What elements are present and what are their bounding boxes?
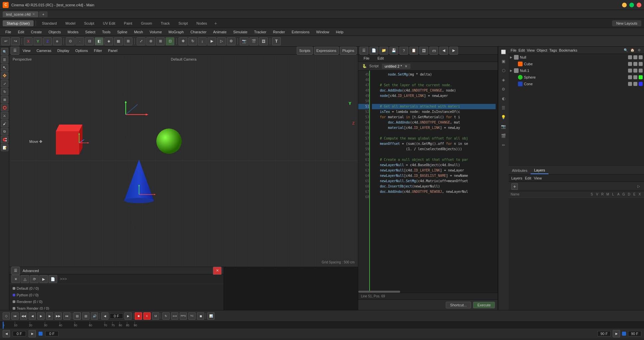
scale-tool[interactable]: ⤢ xyxy=(1,80,8,87)
current-frame-display[interactable] xyxy=(45,331,59,336)
viewport-camera-icon[interactable]: 📷 xyxy=(500,123,508,131)
viewport-render-icon[interactable]: 🎬 xyxy=(500,132,508,140)
playhead-indicator[interactable] xyxy=(39,332,43,336)
layout-new-button[interactable]: + xyxy=(212,20,220,27)
axis-x-button[interactable]: X xyxy=(24,37,33,45)
layout-tab-uvedit[interactable]: UV Edit xyxy=(99,20,119,26)
sphere-object[interactable] xyxy=(156,128,182,155)
tab-layers[interactable]: Layers xyxy=(531,167,548,174)
loop-button[interactable]: ↻ xyxy=(162,312,170,320)
script-edit-menu[interactable]: Edit xyxy=(375,56,387,61)
timecode-button[interactable]: TC xyxy=(188,312,196,320)
obj-render-null1[interactable] xyxy=(633,69,637,73)
viewport-cameras-menu[interactable]: Cameras xyxy=(34,48,54,53)
scale-tool-button[interactable]: ↕ xyxy=(198,37,207,45)
obj-render-sphere[interactable] xyxy=(633,75,637,79)
play-button[interactable]: ▶ xyxy=(37,312,45,320)
magnet-tool[interactable]: 🧲 xyxy=(1,136,8,143)
viewport-filter-menu[interactable]: Filter xyxy=(91,48,104,53)
viewport-light-icon[interactable]: 💡 xyxy=(500,113,508,121)
minimize-button[interactable] xyxy=(622,3,627,7)
menu-select[interactable]: Select xyxy=(82,29,98,35)
obj-vis-sphere[interactable] xyxy=(628,75,632,79)
layers-more-button[interactable]: ▷ xyxy=(636,184,641,189)
layout-tab-sculpt[interactable]: Sculpt xyxy=(80,20,98,26)
current-frame-input[interactable] xyxy=(110,313,123,319)
layers-menu-layers[interactable]: Layers xyxy=(511,176,522,180)
obj-lock-cube[interactable] xyxy=(639,62,643,66)
clone-tool[interactable]: ⧉ xyxy=(1,128,8,135)
script-help-icon[interactable]: ? xyxy=(400,47,408,55)
menu-animate[interactable]: Animate xyxy=(211,29,229,35)
menu-help[interactable]: Help xyxy=(333,29,346,35)
undo-button[interactable]: ↩ xyxy=(1,37,10,45)
viewport-sphere-icon[interactable]: ⬡ xyxy=(500,67,508,75)
obj-item-cone[interactable]: ▶ Cone xyxy=(509,81,644,87)
obj-manager-object[interactable]: Object xyxy=(537,48,547,52)
menu-modes[interactable]: Modes xyxy=(65,29,81,35)
rotate-tool[interactable]: ↻ xyxy=(1,88,8,95)
graph-button[interactable]: 📊 xyxy=(207,312,215,320)
playhead-marker[interactable] xyxy=(3,322,4,329)
script-file-menu[interactable]: File xyxy=(361,56,372,61)
lasso-tool[interactable]: ⭕ xyxy=(1,104,8,111)
knife-tool[interactable]: ⚔ xyxy=(1,112,8,119)
execute-button[interactable]: Execute xyxy=(473,302,495,308)
cursor-tool[interactable]: ↖ xyxy=(1,64,8,71)
render-active-button[interactable]: ▷ xyxy=(217,37,226,45)
layers-menu-view[interactable]: View xyxy=(534,176,542,180)
obj-lock-null1[interactable] xyxy=(639,69,643,73)
file-tab-close[interactable]: ✕ xyxy=(32,12,35,16)
obj-vis-cube[interactable] xyxy=(628,62,632,66)
record-button[interactable]: ⏺ xyxy=(135,312,142,320)
prev-frame-button[interactable]: ◀ xyxy=(29,312,36,320)
adv-stop-btn[interactable]: ✕ xyxy=(11,275,20,283)
menu-tools[interactable]: Tools xyxy=(99,29,113,35)
obj-manager-edit[interactable]: Edit xyxy=(519,48,525,52)
object-mode-button[interactable]: ⊙ xyxy=(66,37,75,45)
obj-render-null[interactable] xyxy=(633,55,637,59)
maximize-button[interactable] xyxy=(629,3,634,7)
obj-vis-cone[interactable] xyxy=(628,82,632,86)
menu-tracker[interactable]: Tracker xyxy=(251,29,269,35)
end-time-display[interactable] xyxy=(628,331,641,336)
viewport-square-icon[interactable]: ▣ xyxy=(500,57,508,65)
obj-item-sphere[interactable]: ▶ Sphere xyxy=(509,74,644,81)
menu-window[interactable]: Window xyxy=(314,29,332,35)
end-frame-input[interactable] xyxy=(597,331,611,336)
obj-lock-cone[interactable] xyxy=(639,82,643,86)
obj-render-cone[interactable] xyxy=(633,82,637,86)
points-mode-button[interactable]: · xyxy=(76,37,84,45)
next-frame-nav[interactable]: ▶ xyxy=(124,312,132,320)
adv-run-btn[interactable]: ▶ xyxy=(39,275,48,283)
sound-button[interactable]: 🔊 xyxy=(91,312,98,320)
timeline-ruler[interactable]: 0 10 20 30 40 50 60 70 75 80 8 xyxy=(0,322,644,329)
layout-tab-script[interactable]: Script xyxy=(174,20,192,26)
end-frame-nav[interactable]: ▶ xyxy=(613,330,620,337)
adv-item-python[interactable]: Python (0 / 0) xyxy=(11,292,222,298)
layout-tab-track[interactable]: Track xyxy=(157,20,174,26)
obj-home-icon[interactable]: 🏠 xyxy=(629,47,635,53)
menu-volume[interactable]: Volume xyxy=(147,29,165,35)
script-menu-toggle[interactable]: ☰ xyxy=(360,47,368,55)
obj-expand-null1[interactable]: ▶ xyxy=(510,69,514,72)
camera-button[interactable]: 📷 xyxy=(240,37,248,45)
viewport-edit-icon[interactable]: ✏ xyxy=(500,141,508,149)
key-button[interactable]: K xyxy=(143,312,151,320)
script-folder-icon[interactable]: 📁 xyxy=(380,47,388,55)
render-queue-button[interactable]: 🎬 xyxy=(249,37,258,45)
step-forward-button[interactable]: ▶▶ xyxy=(55,312,62,320)
menu-extensions[interactable]: Extensions xyxy=(289,29,312,35)
menu-mesh[interactable]: Mesh xyxy=(131,29,146,35)
text-button[interactable]: T xyxy=(272,37,281,45)
layout-tab-model[interactable]: Model xyxy=(62,20,80,26)
obj-manager-file[interactable]: File xyxy=(511,48,517,52)
layers-menu-edit[interactable]: Edit xyxy=(525,176,531,180)
script-tool[interactable]: 📝 xyxy=(1,144,8,151)
auto-key-button[interactable]: ▤ xyxy=(74,312,81,320)
obj-manager-bookmarks[interactable]: Bookmarks xyxy=(559,48,577,52)
viewport-panel-menu[interactable]: Panel xyxy=(105,48,120,53)
keyframe-button[interactable]: ◇ xyxy=(3,312,10,320)
axis-z-button[interactable]: Z xyxy=(43,37,52,45)
menu-edit[interactable]: Edit xyxy=(15,29,27,35)
